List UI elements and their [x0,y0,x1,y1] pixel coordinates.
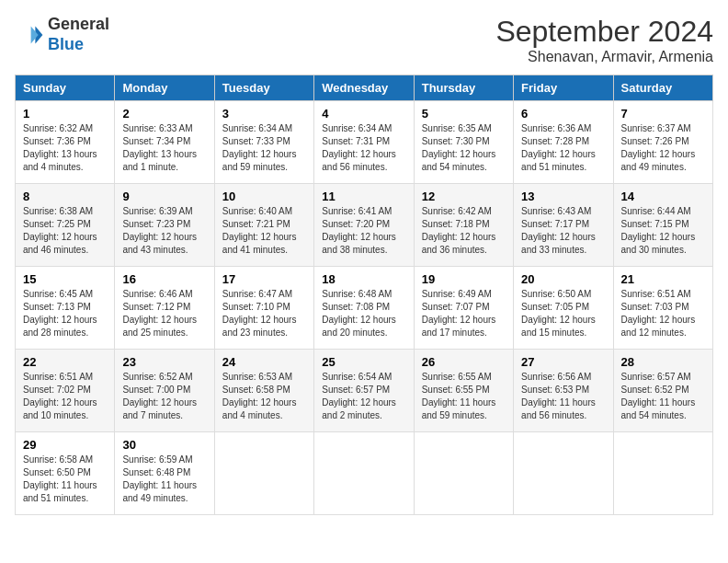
calendar-cell: 28Sunrise: 6:57 AM Sunset: 6:52 PM Dayli… [613,350,712,432]
day-number: 29 [23,438,107,452]
col-header-friday: Friday [514,75,613,101]
day-number: 28 [621,355,705,369]
day-info: Sunrise: 6:37 AM Sunset: 7:26 PM Dayligh… [621,122,705,174]
calendar-cell: 25Sunrise: 6:54 AM Sunset: 6:57 PM Dayli… [314,350,414,432]
day-number: 22 [23,355,107,369]
day-number: 13 [521,190,605,203]
header: General Blue September 2024 Shenavan, Ar… [15,15,713,65]
calendar-cell: 27Sunrise: 6:56 AM Sunset: 6:53 PM Dayli… [514,350,613,432]
calendar-cell: 23Sunrise: 6:52 AM Sunset: 7:00 PM Dayli… [115,350,214,432]
col-header-saturday: Saturday [613,75,712,101]
day-number: 15 [23,272,107,286]
logo-line2: Blue [48,35,109,55]
day-info: Sunrise: 6:45 AM Sunset: 7:13 PM Dayligh… [23,288,107,339]
location-subtitle: Shenavan, Armavir, Armenia [495,49,713,65]
calendar-cell: 9Sunrise: 6:39 AM Sunset: 7:23 PM Daylig… [115,184,214,267]
calendar-cell: 14Sunrise: 6:44 AM Sunset: 7:15 PM Dayli… [613,184,712,267]
day-info: Sunrise: 6:39 AM Sunset: 7:23 PM Dayligh… [122,205,206,257]
day-info: Sunrise: 6:48 AM Sunset: 7:08 PM Dayligh… [322,288,405,339]
day-info: Sunrise: 6:57 AM Sunset: 6:52 PM Dayligh… [621,371,705,422]
day-info: Sunrise: 6:34 AM Sunset: 7:31 PM Dayligh… [322,122,405,174]
day-number: 18 [322,272,405,286]
day-info: Sunrise: 6:34 AM Sunset: 7:33 PM Dayligh… [222,122,306,174]
calendar-cell [514,432,613,515]
calendar-week-2: 8Sunrise: 6:38 AM Sunset: 7:25 PM Daylig… [16,184,713,267]
day-number: 12 [422,190,506,203]
calendar-cell: 17Sunrise: 6:47 AM Sunset: 7:10 PM Dayli… [214,267,313,350]
logo-line1: General [48,15,109,35]
col-header-wednesday: Wednesday [314,75,414,101]
calendar-cell: 26Sunrise: 6:55 AM Sunset: 6:55 PM Dayli… [414,350,513,432]
day-number: 8 [23,190,107,203]
calendar-cell: 29Sunrise: 6:58 AM Sunset: 6:50 PM Dayli… [16,432,115,515]
day-number: 27 [521,355,605,369]
day-number: 1 [23,107,107,121]
day-number: 14 [621,190,705,203]
calendar-week-5: 29Sunrise: 6:58 AM Sunset: 6:50 PM Dayli… [16,432,713,515]
calendar-header-row: SundayMondayTuesdayWednesdayThursdayFrid… [16,75,713,101]
day-info: Sunrise: 6:38 AM Sunset: 7:25 PM Dayligh… [23,205,107,257]
day-number: 10 [222,190,306,203]
day-info: Sunrise: 6:54 AM Sunset: 6:57 PM Dayligh… [322,371,405,422]
calendar-cell: 8Sunrise: 6:38 AM Sunset: 7:25 PM Daylig… [16,184,115,267]
day-number: 2 [122,107,206,121]
day-info: Sunrise: 6:52 AM Sunset: 7:00 PM Dayligh… [122,371,206,422]
calendar-cell: 21Sunrise: 6:51 AM Sunset: 7:03 PM Dayli… [613,267,712,350]
calendar-cell: 19Sunrise: 6:49 AM Sunset: 7:07 PM Dayli… [414,267,513,350]
day-info: Sunrise: 6:33 AM Sunset: 7:34 PM Dayligh… [122,122,206,174]
calendar-cell: 11Sunrise: 6:41 AM Sunset: 7:20 PM Dayli… [314,184,414,267]
calendar-cell: 15Sunrise: 6:45 AM Sunset: 7:13 PM Dayli… [16,267,115,350]
calendar-cell: 24Sunrise: 6:53 AM Sunset: 6:58 PM Dayli… [214,350,313,432]
calendar-cell: 30Sunrise: 6:59 AM Sunset: 6:48 PM Dayli… [115,432,214,515]
calendar-cell: 22Sunrise: 6:51 AM Sunset: 7:02 PM Dayli… [16,350,115,432]
day-info: Sunrise: 6:50 AM Sunset: 7:05 PM Dayligh… [521,288,605,339]
day-info: Sunrise: 6:41 AM Sunset: 7:20 PM Dayligh… [322,205,405,257]
day-number: 4 [322,107,405,121]
logo-icon [15,20,44,50]
day-info: Sunrise: 6:40 AM Sunset: 7:21 PM Dayligh… [222,205,306,257]
day-info: Sunrise: 6:56 AM Sunset: 6:53 PM Dayligh… [521,371,605,422]
day-number: 26 [422,355,506,369]
calendar-week-4: 22Sunrise: 6:51 AM Sunset: 7:02 PM Dayli… [16,350,713,432]
day-number: 17 [222,272,306,286]
day-number: 7 [621,107,705,121]
col-header-monday: Monday [115,75,214,101]
day-info: Sunrise: 6:49 AM Sunset: 7:07 PM Dayligh… [422,288,506,339]
title-block: September 2024 Shenavan, Armavir, Armeni… [495,15,713,65]
day-number: 19 [422,272,506,286]
day-info: Sunrise: 6:53 AM Sunset: 6:58 PM Dayligh… [222,371,306,422]
calendar-cell [214,432,313,515]
logo: General Blue [15,15,109,54]
day-number: 16 [122,272,206,286]
col-header-tuesday: Tuesday [214,75,313,101]
day-number: 23 [122,355,206,369]
calendar-cell: 3Sunrise: 6:34 AM Sunset: 7:33 PM Daylig… [214,101,313,184]
calendar-cell: 6Sunrise: 6:36 AM Sunset: 7:28 PM Daylig… [514,101,613,184]
calendar-cell: 13Sunrise: 6:43 AM Sunset: 7:17 PM Dayli… [514,184,613,267]
day-number: 25 [322,355,405,369]
day-number: 9 [122,190,206,203]
calendar-cell: 4Sunrise: 6:34 AM Sunset: 7:31 PM Daylig… [314,101,414,184]
day-number: 20 [521,272,605,286]
col-header-sunday: Sunday [16,75,115,101]
day-info: Sunrise: 6:42 AM Sunset: 7:18 PM Dayligh… [422,205,506,257]
day-number: 5 [422,107,506,121]
calendar-week-1: 1Sunrise: 6:32 AM Sunset: 7:36 PM Daylig… [16,101,713,184]
calendar-cell: 1Sunrise: 6:32 AM Sunset: 7:36 PM Daylig… [16,101,115,184]
calendar-table: SundayMondayTuesdayWednesdayThursdayFrid… [15,75,713,515]
day-number: 21 [621,272,705,286]
day-info: Sunrise: 6:44 AM Sunset: 7:15 PM Dayligh… [621,205,705,257]
day-info: Sunrise: 6:55 AM Sunset: 6:55 PM Dayligh… [422,371,506,422]
day-number: 30 [122,438,206,452]
day-info: Sunrise: 6:51 AM Sunset: 7:02 PM Dayligh… [23,371,107,422]
day-number: 6 [521,107,605,121]
day-info: Sunrise: 6:47 AM Sunset: 7:10 PM Dayligh… [222,288,306,339]
calendar-cell: 12Sunrise: 6:42 AM Sunset: 7:18 PM Dayli… [414,184,513,267]
calendar-cell: 18Sunrise: 6:48 AM Sunset: 7:08 PM Dayli… [314,267,414,350]
day-number: 24 [222,355,306,369]
day-info: Sunrise: 6:59 AM Sunset: 6:48 PM Dayligh… [122,454,206,505]
day-info: Sunrise: 6:46 AM Sunset: 7:12 PM Dayligh… [122,288,206,339]
day-info: Sunrise: 6:43 AM Sunset: 7:17 PM Dayligh… [521,205,605,257]
calendar-week-3: 15Sunrise: 6:45 AM Sunset: 7:13 PM Dayli… [16,267,713,350]
calendar-cell: 2Sunrise: 6:33 AM Sunset: 7:34 PM Daylig… [115,101,214,184]
